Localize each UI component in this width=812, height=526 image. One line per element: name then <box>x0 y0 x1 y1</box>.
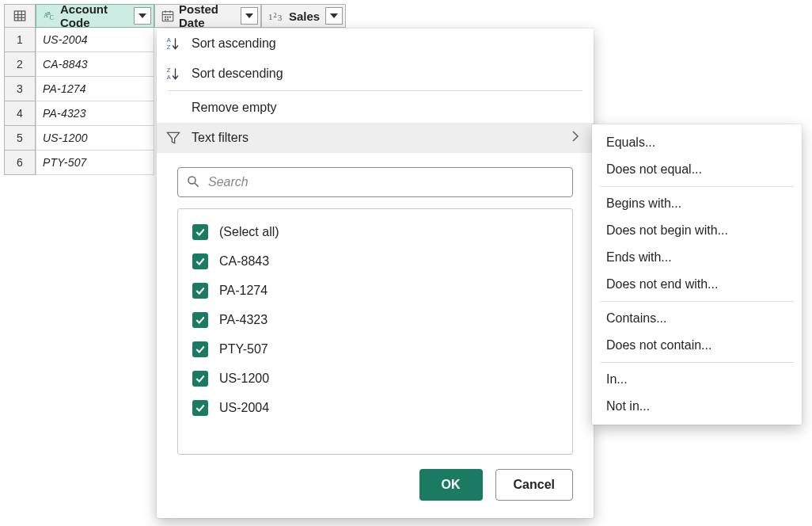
svg-text:2: 2 <box>273 11 277 19</box>
row-number: 3 <box>4 77 36 101</box>
table-icon <box>13 9 27 23</box>
cell-account-code[interactable]: US-2004 <box>36 28 154 52</box>
chevron-down-icon <box>138 13 146 18</box>
menu-separator <box>168 90 582 91</box>
filter-icon <box>165 130 182 146</box>
menu-item-sort-descending[interactable]: Z A Sort descending <box>157 59 594 89</box>
checkbox-checked-icon <box>192 283 208 299</box>
filter-search <box>177 167 573 197</box>
column-header-sales[interactable]: 1 2 3 Sales <box>261 4 346 28</box>
sort-desc-icon: Z A <box>165 66 182 82</box>
filter-value-label: US-2004 <box>219 401 269 415</box>
text-filters-submenu: Equals... Does not equal... Begins with.… <box>592 124 802 425</box>
filter-value-label: US-1200 <box>219 372 269 386</box>
menu-item-label: Remove empty <box>192 101 594 115</box>
menu-item-label: Text filters <box>192 131 562 145</box>
submenu-item-does-not-begin-with[interactable]: Does not begin with... <box>592 217 802 244</box>
svg-line-27 <box>195 183 199 187</box>
checkbox-checked-icon <box>192 400 208 416</box>
menu-separator <box>600 362 794 363</box>
filter-value-item[interactable]: US-1200 <box>188 364 563 393</box>
svg-rect-0 <box>14 11 25 21</box>
submenu-item-in[interactable]: In... <box>592 366 802 393</box>
submenu-item-not-in[interactable]: Not in... <box>592 393 802 420</box>
cell-account-code[interactable]: US-1200 <box>36 126 154 151</box>
submenu-item-does-not-end-with[interactable]: Does not end with... <box>592 271 802 298</box>
svg-text:C: C <box>50 14 54 21</box>
sort-asc-icon: A Z <box>165 36 182 51</box>
ok-button[interactable]: OK <box>419 469 483 501</box>
chevron-down-icon <box>245 13 253 18</box>
menu-item-label: Sort descending <box>192 67 594 81</box>
filter-value-label: PTY-507 <box>219 342 268 356</box>
filter-value-item[interactable]: PA-1274 <box>188 276 563 305</box>
row-number: 1 <box>4 28 36 52</box>
row-number: 5 <box>4 126 36 151</box>
menu-item-sort-ascending[interactable]: A Z Sort ascending <box>157 29 594 59</box>
row-number: 4 <box>4 101 36 126</box>
column-label: Posted Date <box>179 2 241 29</box>
checkbox-checked-icon <box>192 312 208 328</box>
checkbox-checked-icon <box>192 341 208 357</box>
filter-value-label: PA-1274 <box>219 284 268 298</box>
svg-point-13 <box>167 17 168 17</box>
search-icon <box>186 174 200 191</box>
svg-point-12 <box>165 17 165 17</box>
svg-text:1: 1 <box>268 12 273 21</box>
svg-text:Z: Z <box>167 44 171 51</box>
row-gutter-header <box>4 4 36 28</box>
cell-account-code[interactable]: PA-4323 <box>36 101 154 126</box>
chevron-down-icon <box>330 13 338 18</box>
filter-value-item[interactable]: CA-8843 <box>188 246 563 276</box>
table-header: A B C Account Code Posted Date <box>4 4 346 28</box>
checkbox-checked-icon <box>192 224 208 240</box>
filter-buttons: OK Cancel <box>177 469 573 501</box>
date-type-icon <box>161 9 175 23</box>
menu-item-label: Sort ascending <box>192 36 594 51</box>
row-number: 6 <box>4 151 36 175</box>
column-header-account-code[interactable]: A B C Account Code <box>36 4 154 28</box>
filter-value-item[interactable]: PA-4323 <box>188 305 563 334</box>
submenu-item-does-not-contain[interactable]: Does not contain... <box>592 332 802 359</box>
filter-value-list: (Select all) CA-8843 PA-1274 PA-4323 PTY… <box>177 208 573 455</box>
filter-value-label: PA-4323 <box>219 313 268 327</box>
submenu-item-contains[interactable]: Contains... <box>592 305 802 332</box>
checkbox-checked-icon <box>192 371 208 387</box>
text-type-icon: A B C <box>42 9 56 23</box>
filter-value-item[interactable]: PTY-507 <box>188 334 563 364</box>
column-filter-dropdown: A Z Sort ascending Z A Sort descending R… <box>157 29 594 518</box>
svg-point-16 <box>167 19 168 20</box>
menu-separator <box>600 301 794 302</box>
svg-text:3: 3 <box>278 13 283 22</box>
row-number: 2 <box>4 52 36 77</box>
svg-point-15 <box>165 19 165 20</box>
checkbox-checked-icon <box>192 253 208 269</box>
submenu-item-begins-with[interactable]: Begins with... <box>592 190 802 217</box>
filter-select-all[interactable]: (Select all) <box>188 217 563 246</box>
chevron-right-icon <box>571 131 579 145</box>
filter-dropdown-toggle[interactable] <box>134 7 151 25</box>
filter-dropdown-toggle[interactable] <box>325 7 343 25</box>
column-label: Sales <box>289 10 325 23</box>
cell-account-code[interactable]: PA-1274 <box>36 77 154 101</box>
submenu-item-ends-with[interactable]: Ends with... <box>592 244 802 271</box>
column-header-posted-date[interactable]: Posted Date <box>154 4 261 28</box>
menu-item-text-filters[interactable]: Text filters <box>157 123 594 153</box>
submenu-item-equals[interactable]: Equals... <box>592 129 802 156</box>
column-label: Account Code <box>60 2 134 29</box>
filter-dropdown-toggle[interactable] <box>241 7 258 25</box>
number-type-icon: 1 2 3 <box>268 9 285 23</box>
svg-text:A: A <box>167 74 171 81</box>
svg-point-26 <box>188 177 195 184</box>
submenu-item-does-not-equal[interactable]: Does not equal... <box>592 156 802 183</box>
svg-point-14 <box>169 17 170 17</box>
menu-item-remove-empty[interactable]: Remove empty <box>157 93 594 123</box>
menu-separator <box>600 186 794 187</box>
cell-account-code[interactable]: PTY-507 <box>36 151 154 175</box>
search-input[interactable] <box>208 175 564 189</box>
filter-value-label: CA-8843 <box>219 254 269 269</box>
filter-value-label: (Select all) <box>219 225 279 239</box>
filter-value-item[interactable]: US-2004 <box>188 393 563 422</box>
cancel-button[interactable]: Cancel <box>495 469 573 501</box>
cell-account-code[interactable]: CA-8843 <box>36 52 154 77</box>
